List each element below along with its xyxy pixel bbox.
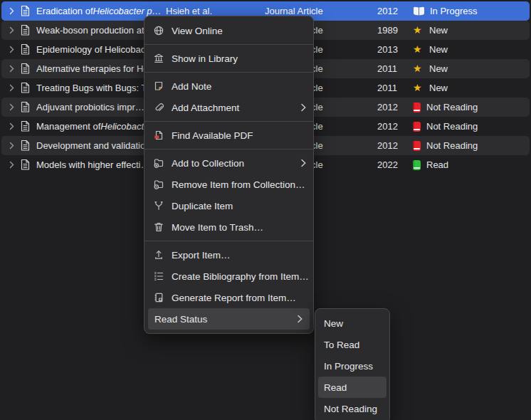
expand-chevron-icon[interactable]: [9, 142, 14, 149]
document-icon: [21, 63, 30, 75]
item-title: Adjuvant probiotics impr…: [36, 98, 153, 117]
expand-chevron-icon[interactable]: [9, 7, 14, 15]
status-book-open-icon: [413, 6, 424, 16]
menu-item-show-in-library[interactable]: Show in Library: [144, 48, 313, 69]
expand-chevron-icon[interactable]: [9, 26, 14, 34]
submenu-item-in-progress[interactable]: In Progress: [315, 355, 389, 377]
menu-item-add-attachment[interactable]: Add Attachment: [144, 97, 313, 118]
item-title: Management of Helicobacte: [36, 117, 149, 136]
globe-icon: [153, 25, 164, 36]
document-icon: [21, 5, 30, 17]
expand-chevron-icon[interactable]: [9, 46, 14, 53]
menu-item-find-available-pdf[interactable]: Find Available PDF: [144, 125, 313, 146]
read-status-submenu: New To Read In Progress Read Not Reading: [315, 308, 390, 420]
status-book-red-icon: [413, 103, 421, 112]
item-year: 2012: [377, 1, 398, 21]
export-icon: [153, 249, 164, 261]
folder-minus-icon: [153, 179, 164, 190]
item-title: Models with higher effecti…: [36, 155, 149, 174]
menu-item-export-item[interactable]: Export Item…: [144, 244, 313, 266]
read-status-cell: Not Reading: [413, 98, 478, 117]
document-icon: [21, 82, 30, 94]
expand-chevron-icon[interactable]: [9, 84, 14, 92]
status-label: In Progress: [430, 6, 477, 16]
status-book-red-icon: [413, 141, 421, 151]
status-label: Not Reading: [426, 121, 478, 132]
menu-separator: [144, 72, 313, 73]
bibliography-icon: [153, 271, 164, 282]
read-status-cell: New: [413, 78, 448, 98]
item-year: 2012: [377, 136, 398, 155]
item-year: 2011: [377, 78, 397, 98]
menu-item-add-note[interactable]: Add Note: [144, 75, 313, 97]
read-status-cell: Read: [413, 155, 448, 174]
document-icon: [21, 101, 30, 113]
status-label: New: [429, 25, 448, 36]
menu-item-read-status[interactable]: Read Status: [148, 308, 310, 330]
submenu-arrow-icon: [301, 103, 306, 112]
menu-item-add-to-collection[interactable]: Add to Collection: [144, 152, 313, 174]
trash-icon: [153, 221, 164, 233]
menu-item-move-to-trash[interactable]: Move Item to Trash…: [144, 216, 313, 238]
menu-item-generate-report[interactable]: Generate Report from Item…: [144, 287, 313, 308]
status-star-icon: [413, 44, 424, 55]
item-title: Weak-boson production at: [36, 21, 144, 40]
pdf-icon: [153, 130, 164, 141]
fork-icon: [153, 200, 164, 211]
read-status-cell: New: [413, 59, 448, 78]
menu-item-create-bibliography[interactable]: Create Bibliography from Item…: [144, 266, 313, 287]
report-icon: [153, 292, 164, 303]
menu-item-duplicate-item[interactable]: Duplicate Item: [144, 195, 313, 216]
menu-separator: [144, 121, 313, 122]
status-star-icon: [413, 63, 424, 74]
submenu-arrow-icon: [298, 315, 303, 323]
item-title: Eradication of Helicobacter p…: [36, 1, 162, 21]
item-title: Alternative therapies for He: [36, 59, 149, 78]
item-year: 2012: [377, 117, 398, 136]
menu-separator: [144, 241, 313, 241]
submenu-item-read[interactable]: Read: [318, 377, 387, 398]
item-year: 2013: [377, 40, 398, 59]
item-title: Development and validation: [36, 136, 150, 155]
library-icon: [153, 53, 164, 64]
read-status-cell: New: [413, 21, 448, 40]
paperclip-icon: [153, 102, 164, 113]
status-label: Not Reading: [426, 140, 478, 151]
note-icon: [153, 80, 164, 92]
expand-chevron-icon[interactable]: [9, 103, 14, 111]
expand-chevron-icon[interactable]: [9, 65, 14, 73]
status-label: New: [429, 83, 448, 93]
expand-chevron-icon[interactable]: [9, 122, 14, 130]
document-icon: [21, 120, 30, 132]
status-book-red-icon: [413, 122, 421, 132]
read-status-cell: Not Reading: [413, 136, 478, 155]
item-year: 2011: [377, 59, 397, 78]
item-year: 1989: [377, 21, 398, 40]
status-label: Read: [426, 159, 448, 170]
document-icon: [21, 24, 30, 36]
submenu-item-not-reading[interactable]: Not Reading: [315, 398, 389, 419]
status-star-icon: [413, 25, 424, 36]
menu-separator: [144, 44, 313, 45]
document-icon: [21, 140, 30, 152]
status-book-green-icon: [413, 160, 421, 170]
item-year: 2012: [377, 98, 398, 117]
submenu-arrow-icon: [301, 159, 306, 167]
menu-item-remove-from-collection[interactable]: Remove Item from Collection…: [144, 174, 313, 195]
read-status-cell: Not Reading: [413, 117, 478, 136]
status-label: New: [429, 63, 448, 74]
status-label: New: [429, 44, 448, 55]
item-year: 2022: [377, 155, 398, 174]
status-star-icon: [413, 83, 424, 93]
read-status-cell: New: [413, 40, 448, 59]
submenu-item-new[interactable]: New: [315, 313, 389, 334]
document-icon: [21, 159, 30, 171]
item-title: Epidemiology of Helicobact: [36, 40, 148, 59]
menu-item-view-online[interactable]: View Online: [144, 20, 313, 41]
expand-chevron-icon[interactable]: [9, 161, 14, 169]
read-status-cell: In Progress: [413, 1, 477, 21]
document-icon: [21, 43, 30, 56]
submenu-item-to-read[interactable]: To Read: [315, 334, 389, 355]
item-title: Treating Bugs with Bugs: Th: [36, 78, 152, 98]
status-label: Not Reading: [426, 102, 478, 112]
